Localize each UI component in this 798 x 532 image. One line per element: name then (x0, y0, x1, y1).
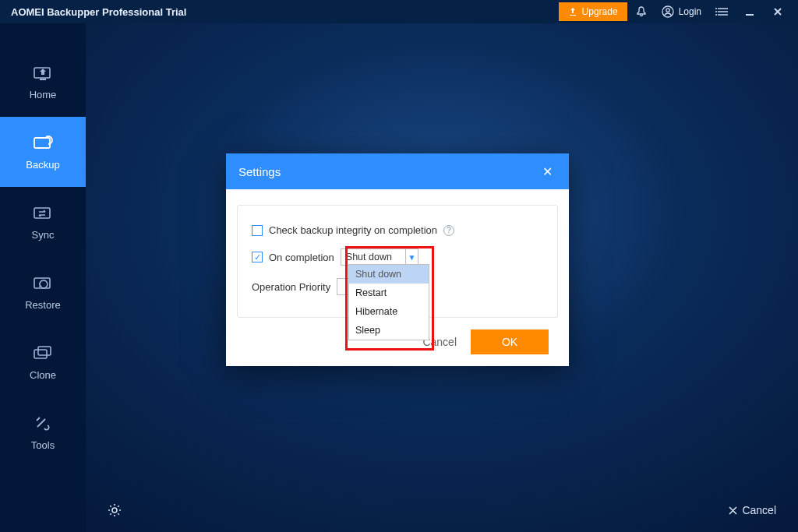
svg-rect-11 (34, 138, 50, 148)
operation-priority-label: Operation Priority (252, 281, 330, 293)
sidebar-item-label: Restore (25, 299, 61, 311)
login-button[interactable]: Login (655, 0, 708, 23)
login-label: Login (679, 6, 701, 17)
svg-rect-10 (40, 79, 46, 80)
main-cancel-label: Cancel (742, 504, 776, 516)
sidebar-item-clone[interactable]: Clone (0, 327, 86, 397)
user-icon (662, 5, 674, 18)
chevron-down-icon: ▼ (405, 249, 418, 265)
on-completion-select[interactable]: Shut down ▼ (341, 248, 418, 266)
close-icon (729, 506, 737, 515)
sidebar-item-restore[interactable]: Restore (0, 257, 86, 327)
sidebar-item-backup[interactable]: Backup (0, 117, 86, 187)
tools-icon (32, 414, 54, 432)
modal-header: Settings ✕ (226, 153, 569, 189)
modal-title: Settings (238, 165, 281, 178)
bell-icon[interactable] (627, 0, 655, 23)
svg-point-16 (112, 508, 117, 513)
svg-rect-15 (38, 347, 51, 355)
sync-icon (32, 204, 54, 221)
svg-point-5 (715, 8, 717, 9)
dropdown-option[interactable]: Sleep (349, 321, 429, 340)
modal-ok-button[interactable]: OK (471, 329, 549, 354)
clone-icon (32, 344, 54, 361)
help-icon[interactable]: ? (443, 225, 454, 236)
svg-rect-12 (34, 208, 50, 218)
bottom-bar: Cancel (86, 488, 798, 532)
minimize-button[interactable] (736, 0, 764, 23)
svg-point-1 (666, 9, 669, 12)
modal-close-button[interactable]: ✕ (538, 164, 556, 179)
app-title: AOMEI Backupper Professional Trial (11, 6, 186, 18)
close-button[interactable] (764, 0, 792, 23)
dropdown-option[interactable]: Hibernate (349, 302, 429, 321)
svg-line-24 (118, 506, 118, 506)
svg-rect-8 (746, 14, 754, 16)
svg-line-22 (118, 513, 118, 514)
sidebar-item-label: Tools (31, 439, 55, 451)
sidebar-item-label: Home (30, 89, 57, 100)
on-completion-checkbox[interactable] (252, 252, 263, 262)
sidebar-item-home[interactable]: Home (0, 47, 86, 117)
svg-rect-14 (34, 350, 47, 358)
sidebar-item-label: Backup (26, 159, 59, 171)
upgrade-label: Upgrade (582, 6, 618, 17)
check-integrity-checkbox[interactable] (252, 225, 263, 236)
sidebar: Home Backup Sync Restore Clone Tools (0, 23, 86, 532)
upload-icon (568, 7, 577, 16)
home-icon (32, 64, 54, 81)
on-completion-label: On completion (269, 252, 334, 263)
svg-line-23 (110, 513, 111, 514)
on-completion-value: Shut down (346, 252, 392, 262)
svg-point-7 (715, 14, 717, 16)
sidebar-item-label: Clone (30, 369, 56, 381)
svg-line-21 (110, 506, 111, 506)
on-completion-dropdown: Shut down Restart Hibernate Sleep (348, 264, 429, 340)
restore-icon (32, 274, 54, 291)
dropdown-option[interactable]: Restart (349, 284, 429, 302)
main-cancel-button[interactable]: Cancel (729, 504, 776, 516)
backup-icon (32, 134, 54, 151)
upgrade-button[interactable]: Upgrade (559, 2, 627, 21)
sidebar-item-tools[interactable]: Tools (0, 397, 86, 467)
check-integrity-label: Check backup integrity on completion (269, 224, 437, 236)
sidebar-item-label: Sync (32, 229, 55, 241)
gear-icon[interactable] (108, 503, 122, 517)
svg-point-6 (715, 11, 717, 12)
dropdown-option[interactable]: Shut down (349, 265, 429, 284)
sidebar-item-sync[interactable]: Sync (0, 187, 86, 257)
menu-icon[interactable] (708, 0, 736, 23)
titlebar: AOMEI Backupper Professional Trial Upgra… (0, 0, 798, 23)
